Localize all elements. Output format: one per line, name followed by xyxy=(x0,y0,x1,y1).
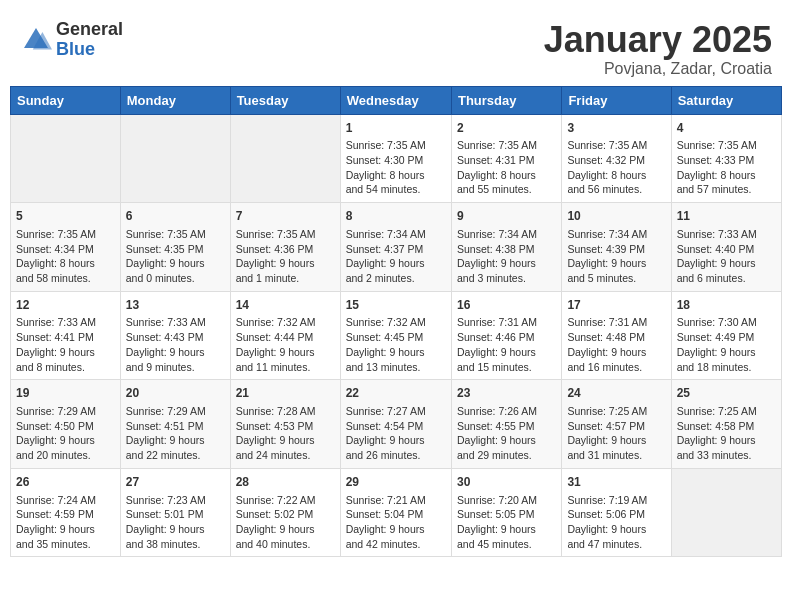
cell-content: Sunrise: 7:29 AM xyxy=(126,404,225,419)
cell-content: Sunrise: 7:28 AM xyxy=(236,404,335,419)
cell-content: Sunset: 4:57 PM xyxy=(567,419,665,434)
calendar-cell xyxy=(671,468,781,557)
calendar-cell: 26Sunrise: 7:24 AMSunset: 4:59 PMDayligh… xyxy=(11,468,121,557)
cell-content: and 20 minutes. xyxy=(16,448,115,463)
cell-content: Daylight: 9 hours xyxy=(567,522,665,537)
day-number: 4 xyxy=(677,120,776,137)
cell-content: Daylight: 8 hours xyxy=(346,168,446,183)
calendar-cell: 27Sunrise: 7:23 AMSunset: 5:01 PMDayligh… xyxy=(120,468,230,557)
cell-content: Daylight: 9 hours xyxy=(677,345,776,360)
calendar-cell: 6Sunrise: 7:35 AMSunset: 4:35 PMDaylight… xyxy=(120,203,230,292)
cell-content: Sunrise: 7:34 AM xyxy=(567,227,665,242)
cell-content: and 0 minutes. xyxy=(126,271,225,286)
cell-content: Daylight: 9 hours xyxy=(126,522,225,537)
weekday-header-tuesday: Tuesday xyxy=(230,86,340,114)
calendar-week-row: 19Sunrise: 7:29 AMSunset: 4:50 PMDayligh… xyxy=(11,380,782,469)
cell-content: Sunset: 4:30 PM xyxy=(346,153,446,168)
calendar-cell: 30Sunrise: 7:20 AMSunset: 5:05 PMDayligh… xyxy=(451,468,561,557)
day-number: 29 xyxy=(346,474,446,491)
calendar-cell: 5Sunrise: 7:35 AMSunset: 4:34 PMDaylight… xyxy=(11,203,121,292)
cell-content: and 42 minutes. xyxy=(346,537,446,552)
cell-content: and 2 minutes. xyxy=(346,271,446,286)
cell-content: Daylight: 9 hours xyxy=(567,433,665,448)
cell-content: and 57 minutes. xyxy=(677,182,776,197)
day-number: 31 xyxy=(567,474,665,491)
cell-content: Sunrise: 7:35 AM xyxy=(677,138,776,153)
cell-content: Daylight: 9 hours xyxy=(16,433,115,448)
cell-content: and 58 minutes. xyxy=(16,271,115,286)
cell-content: Sunset: 4:48 PM xyxy=(567,330,665,345)
cell-content: Daylight: 9 hours xyxy=(16,522,115,537)
cell-content: and 54 minutes. xyxy=(346,182,446,197)
weekday-header-monday: Monday xyxy=(120,86,230,114)
calendar-week-row: 1Sunrise: 7:35 AMSunset: 4:30 PMDaylight… xyxy=(11,114,782,203)
calendar-cell: 20Sunrise: 7:29 AMSunset: 4:51 PMDayligh… xyxy=(120,380,230,469)
cell-content: and 9 minutes. xyxy=(126,360,225,375)
cell-content: Daylight: 9 hours xyxy=(567,345,665,360)
calendar-cell: 31Sunrise: 7:19 AMSunset: 5:06 PMDayligh… xyxy=(562,468,671,557)
cell-content: and 55 minutes. xyxy=(457,182,556,197)
cell-content: Sunrise: 7:34 AM xyxy=(346,227,446,242)
day-number: 30 xyxy=(457,474,556,491)
cell-content: Sunset: 4:46 PM xyxy=(457,330,556,345)
calendar-cell: 14Sunrise: 7:32 AMSunset: 4:44 PMDayligh… xyxy=(230,291,340,380)
cell-content: Daylight: 9 hours xyxy=(567,256,665,271)
calendar-cell: 24Sunrise: 7:25 AMSunset: 4:57 PMDayligh… xyxy=(562,380,671,469)
calendar-cell: 21Sunrise: 7:28 AMSunset: 4:53 PMDayligh… xyxy=(230,380,340,469)
weekday-header-saturday: Saturday xyxy=(671,86,781,114)
day-number: 10 xyxy=(567,208,665,225)
calendar-cell xyxy=(120,114,230,203)
day-number: 1 xyxy=(346,120,446,137)
weekday-header-row: SundayMondayTuesdayWednesdayThursdayFrid… xyxy=(11,86,782,114)
cell-content: Sunrise: 7:19 AM xyxy=(567,493,665,508)
day-number: 16 xyxy=(457,297,556,314)
cell-content: Sunrise: 7:31 AM xyxy=(457,315,556,330)
cell-content: Daylight: 8 hours xyxy=(16,256,115,271)
cell-content: Sunset: 4:35 PM xyxy=(126,242,225,257)
cell-content: Daylight: 8 hours xyxy=(677,168,776,183)
cell-content: Sunset: 4:40 PM xyxy=(677,242,776,257)
cell-content: and 3 minutes. xyxy=(457,271,556,286)
day-number: 26 xyxy=(16,474,115,491)
calendar-cell xyxy=(230,114,340,203)
cell-content: Sunset: 4:31 PM xyxy=(457,153,556,168)
cell-content: and 11 minutes. xyxy=(236,360,335,375)
day-number: 15 xyxy=(346,297,446,314)
cell-content: Sunrise: 7:24 AM xyxy=(16,493,115,508)
calendar-week-row: 12Sunrise: 7:33 AMSunset: 4:41 PMDayligh… xyxy=(11,291,782,380)
calendar-cell: 3Sunrise: 7:35 AMSunset: 4:32 PMDaylight… xyxy=(562,114,671,203)
calendar-cell: 23Sunrise: 7:26 AMSunset: 4:55 PMDayligh… xyxy=(451,380,561,469)
cell-content: Sunrise: 7:25 AM xyxy=(677,404,776,419)
cell-content: Sunrise: 7:35 AM xyxy=(457,138,556,153)
cell-content: Sunset: 5:02 PM xyxy=(236,507,335,522)
cell-content: Sunrise: 7:33 AM xyxy=(16,315,115,330)
day-number: 11 xyxy=(677,208,776,225)
calendar-cell: 17Sunrise: 7:31 AMSunset: 4:48 PMDayligh… xyxy=(562,291,671,380)
cell-content: and 8 minutes. xyxy=(16,360,115,375)
cell-content: Sunrise: 7:33 AM xyxy=(677,227,776,242)
calendar-cell xyxy=(11,114,121,203)
logo: General Blue xyxy=(20,20,123,60)
day-number: 17 xyxy=(567,297,665,314)
logo-blue-text: Blue xyxy=(56,40,123,60)
logo-general-text: General xyxy=(56,20,123,40)
cell-content: Daylight: 9 hours xyxy=(126,433,225,448)
day-number: 14 xyxy=(236,297,335,314)
cell-content: and 38 minutes. xyxy=(126,537,225,552)
cell-content: and 24 minutes. xyxy=(236,448,335,463)
cell-content: and 1 minute. xyxy=(236,271,335,286)
day-number: 6 xyxy=(126,208,225,225)
cell-content: Sunset: 4:44 PM xyxy=(236,330,335,345)
day-number: 7 xyxy=(236,208,335,225)
cell-content: Daylight: 8 hours xyxy=(567,168,665,183)
cell-content: Sunset: 4:36 PM xyxy=(236,242,335,257)
cell-content: Sunrise: 7:35 AM xyxy=(567,138,665,153)
cell-content: Daylight: 9 hours xyxy=(236,522,335,537)
cell-content: Sunrise: 7:31 AM xyxy=(567,315,665,330)
logo-text: General Blue xyxy=(56,20,123,60)
cell-content: Sunset: 4:32 PM xyxy=(567,153,665,168)
cell-content: Sunset: 5:01 PM xyxy=(126,507,225,522)
cell-content: Sunrise: 7:27 AM xyxy=(346,404,446,419)
cell-content: Daylight: 8 hours xyxy=(457,168,556,183)
cell-content: and 40 minutes. xyxy=(236,537,335,552)
